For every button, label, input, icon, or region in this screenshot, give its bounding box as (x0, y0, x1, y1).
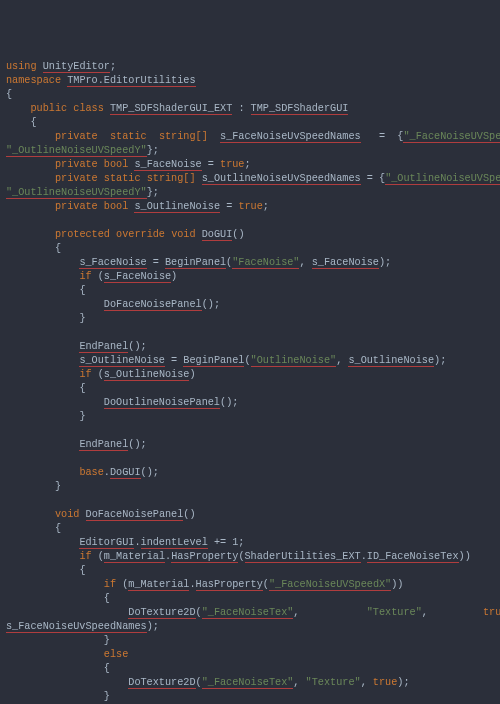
base-class: TMP_SDFShaderGUI (251, 103, 349, 115)
ident: s_FaceNoise (312, 257, 379, 269)
call: DoTexture2D (128, 677, 195, 689)
kw: else (104, 649, 128, 660)
kw: static (110, 131, 147, 142)
kw: protected (55, 229, 110, 240)
kw: void (171, 229, 195, 240)
call: DoFaceNoisePanel (104, 299, 202, 311)
call: HasProperty (196, 579, 263, 591)
ident: indentLevel (141, 537, 208, 549)
kw: private (55, 173, 98, 184)
ident: ID_FaceNoiseTex (367, 551, 459, 563)
method: DoGUI (202, 229, 233, 241)
kw: static (104, 173, 141, 184)
call: BeginPanel (165, 257, 226, 269)
kw: private (55, 201, 98, 212)
string: "_FaceNoiseTex" (202, 607, 294, 619)
kw: private (55, 131, 98, 142)
string: "OutlineNoise" (251, 355, 337, 367)
string: "Texture" (367, 607, 422, 618)
kw: override (116, 229, 165, 240)
kw: if (79, 271, 91, 282)
kw: if (79, 369, 91, 380)
string: "FaceNoise" (232, 257, 299, 269)
call: DoOutlineNoisePanel (104, 397, 220, 409)
call: HasProperty (171, 551, 238, 563)
ident: s_OutlineNoise (104, 369, 190, 381)
ident: m_Material (128, 579, 189, 591)
field: s_FaceNoiseUvSpeedNames (220, 131, 361, 143)
string: "_FaceNoiseTex" (202, 677, 294, 689)
ident: s_FaceNoise (79, 257, 146, 269)
ident: ShaderUtilities_EXT (245, 551, 361, 563)
ident-namespace: TMPro.EditorUtilities (67, 75, 195, 87)
kw: if (79, 551, 91, 562)
call: EndPanel (79, 439, 128, 451)
string: "Texture" (306, 677, 361, 688)
ident: s_OutlineNoise (348, 355, 434, 367)
method: DoFaceNoisePanel (86, 509, 184, 521)
field: s_FaceNoise (134, 159, 201, 171)
field: s_OutlineNoiseUvSpeedNames (202, 173, 361, 185)
ident-unityeditor: UnityEditor (43, 61, 110, 73)
call: EndPanel (79, 341, 128, 353)
ident: m_Material (104, 551, 165, 563)
kw: bool (104, 201, 128, 212)
kw: base (79, 467, 103, 478)
kw: bool (104, 159, 128, 170)
string: "_FaceNoiseUVSpeedX" (269, 579, 391, 591)
kw: true (483, 607, 500, 618)
keyword-using: using (6, 61, 37, 72)
ident: s_FaceNoise (104, 271, 171, 283)
ident: s_OutlineNoise (79, 355, 165, 367)
kw: private (55, 159, 98, 170)
ident: EditorGUI (79, 537, 134, 549)
kw: string[] (159, 131, 208, 142)
keyword-namespace: namespace (6, 75, 61, 86)
field: s_OutlineNoise (134, 201, 220, 213)
kw: if (104, 579, 116, 590)
class-name: TMP_SDFShaderGUI_EXT (110, 103, 232, 115)
kw: void (55, 509, 79, 520)
kw: true (238, 201, 262, 212)
string: "_FaceNoiseUVSpeedX" (403, 131, 500, 143)
kw: true (220, 159, 244, 170)
string: "_OutlineNoiseUVSpeedY" (6, 187, 147, 199)
call: DoTexture2D (128, 607, 195, 619)
call: DoGUI (110, 467, 141, 479)
kw: true (373, 677, 397, 688)
ident: s_FaceNoiseUvSpeedNames (6, 621, 147, 633)
string: "_OutlineNoiseUVSpeedX" (385, 173, 500, 185)
keyword-public: public (30, 103, 67, 114)
code-editor[interactable]: using UnityEditor; namespace TMPro.Edito… (6, 60, 494, 704)
call: BeginPanel (183, 355, 244, 367)
brace: { (6, 89, 12, 100)
keyword-class: class (73, 103, 104, 114)
kw: string[] (147, 173, 196, 184)
string: "_OutlineNoiseUVSpeedY" (6, 145, 147, 157)
